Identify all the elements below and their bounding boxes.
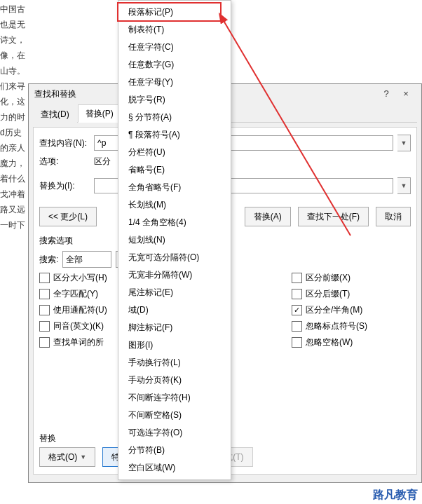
menu-item[interactable]: § 分节符(A) [118,109,231,126]
checkbox-label: 全字匹配(Y) [53,288,98,300]
checkbox-label: 区分前缀(X) [306,272,350,284]
menu-item[interactable]: 脱字号(R) [118,91,231,109]
menu-item[interactable]: 1/4 全角空格(4) [118,214,231,231]
menu-item[interactable]: 任意字母(Y) [118,74,231,91]
help-button[interactable]: ? [376,84,396,104]
menu-item[interactable]: 空白区域(W) [118,459,231,477]
menu-item[interactable]: 省略号(E) [118,161,231,179]
search-scope-label: 搜索: [39,254,58,266]
menu-item[interactable]: ¶ 段落符号(A) [118,126,231,144]
format-button-label: 格式(O) [48,451,77,463]
chevron-down-icon: ▼ [80,454,86,461]
close-button[interactable]: × [396,84,416,104]
search-option-checkbox[interactable]: 区分前缀(X) [292,272,350,284]
options-value: 区分 [94,156,111,168]
menu-item[interactable]: 制表符(T) [118,21,231,39]
less-button[interactable]: << 更少(L) [39,207,97,226]
checkbox-label: 忽略空格(W) [306,336,353,348]
menu-item[interactable]: 无宽可选分隔符(O) [118,249,231,266]
search-option-checkbox[interactable]: 忽略空格(W) [292,336,353,348]
menu-item[interactable]: 脚注标记(F) [118,319,231,336]
menu-item[interactable]: 分栏符(U) [118,144,231,161]
menu-item[interactable]: 手动分页符(K) [118,372,231,389]
search-option-checkbox[interactable]: 区分后缀(T) [292,288,350,300]
find-next-button[interactable]: 查找下一处(F) [298,207,369,226]
menu-item[interactable]: 域(D) [118,301,231,319]
search-option-checkbox[interactable]: 区分全/半角(M) [292,304,362,316]
checkbox-label: 使用通配符(U) [53,304,107,316]
checkbox-box [292,337,302,348]
checkbox-label: 查找单词的所 [53,336,104,348]
menu-item[interactable]: 可选连字符(O) [118,424,231,442]
checkbox-box [39,321,50,332]
search-scope-value: 全部 [66,254,83,266]
menu-item[interactable]: 分节符(B) [118,442,231,459]
checkbox-box [292,305,302,315]
options-label: 选项: [39,156,90,168]
checkbox-label: 忽略标点符号(S) [306,320,367,332]
checkbox-box [292,289,302,299]
checkbox-box [39,289,50,299]
checkbox-box [292,273,302,283]
checkbox-label: 同音(英文)(K) [53,320,104,332]
checkbox-box [39,337,50,348]
menu-item[interactable]: 图形(I) [118,336,231,354]
menu-item[interactable]: 任意字符(C) [118,39,231,56]
special-format-menu: 段落标记(P)制表符(T)任意字符(C)任意数字(G)任意字母(Y)脱字号(R)… [118,0,231,480]
search-scope-select[interactable]: 全部 [62,251,111,268]
menu-item[interactable]: 段落标记(P) [118,4,231,21]
replace-section-label: 替换 [39,433,56,444]
tab-replace[interactable]: 替换(P) [78,104,121,123]
background-document-text: 中国古也是无诗文， 像，在山寺。们来寻化，这力的时d历史的亲人 魔力，着什么 戈… [0,0,29,504]
menu-item[interactable]: 无宽非分隔符(W) [118,266,231,284]
menu-item[interactable]: 全角省略号(F) [118,179,231,196]
checkbox-label: 区分大小写(H) [53,272,107,284]
checkbox-box [292,321,302,332]
replace-with-label: 替换为(I): [39,180,90,192]
menu-item[interactable]: 尾注标记(E) [118,284,231,301]
format-button[interactable]: 格式(O) ▼ [39,447,95,467]
menu-item[interactable]: 不间断连字符(H) [118,389,231,407]
replace-with-dropdown[interactable]: ▼ [397,177,411,194]
cancel-button[interactable]: 取消 [376,207,411,226]
menu-item[interactable]: 任意数字(G) [118,56,231,74]
checkbox-label: 区分全/半角(M) [306,304,362,316]
menu-item[interactable]: 短划线(N) [118,231,231,249]
checkbox-box [39,305,50,315]
menu-item[interactable]: 手动换行符(L) [118,354,231,372]
find-what-label: 查找内容(N): [39,137,90,149]
search-option-checkbox[interactable]: 忽略标点符号(S) [292,320,367,332]
find-what-dropdown[interactable]: ▼ [397,135,411,151]
checkbox-box [39,273,50,283]
menu-item[interactable]: 不间断空格(S) [118,407,231,424]
replace-all-button[interactable]: 替换(A) [245,207,291,226]
tab-find[interactable]: 查找(D) [33,105,77,123]
checkbox-label: 区分后缀(T) [306,288,350,300]
menu-item[interactable]: 长划线(M) [118,196,231,214]
watermark-text: 路凡教育 [373,488,418,503]
